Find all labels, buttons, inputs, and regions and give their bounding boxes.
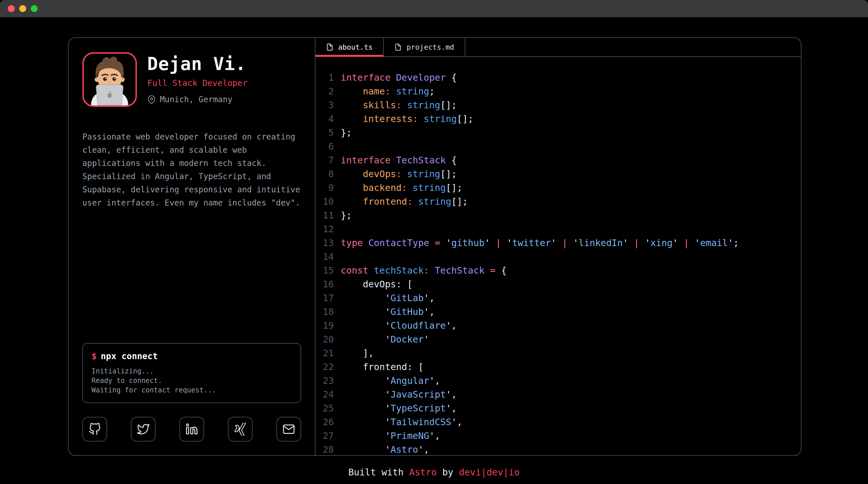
code-line: 7interface TechStack {	[315, 153, 801, 167]
code-line: 22 frontend: [	[315, 360, 801, 374]
code-line: 21 ],	[315, 346, 801, 360]
code-line: 9 backend: string[];	[315, 181, 801, 194]
terminal-output-line: Initializing...	[92, 367, 292, 376]
code-line: 2 name: string;	[315, 84, 801, 98]
code-line: 1interface Developer {	[315, 71, 801, 84]
location-text: Munich, Germany	[160, 95, 232, 104]
code-line: 25 'TypeScript',	[315, 401, 801, 415]
code-line: 17 'GitLab',	[315, 291, 801, 305]
footer-accent-text: devi|dev|io	[459, 467, 520, 478]
line-number: 12	[315, 222, 334, 236]
line-number: 28	[315, 443, 334, 455]
bio: Passionate web developer focused on crea…	[82, 130, 301, 210]
line-number: 23	[315, 374, 334, 388]
code-text: 'Astro',	[341, 443, 429, 455]
social-button-twitter[interactable]	[131, 417, 156, 442]
code-text: 'Docker'	[341, 332, 429, 346]
code-line: 18 'GitHub',	[315, 305, 801, 319]
code-text: ],	[341, 346, 374, 360]
line-number: 9	[315, 181, 334, 194]
code-line: 16 devOps: [	[315, 277, 801, 291]
code-line: 24 'JavaScript',	[315, 388, 801, 401]
bio-line: Supabase, delivering responsive and intu…	[82, 183, 301, 196]
bio-line: Passionate web developer focused on crea…	[82, 130, 301, 144]
social-button-email[interactable]	[276, 417, 301, 442]
code-text: type ContactType = 'github' | 'twitter' …	[341, 236, 739, 250]
code-line: 23 'Angular',	[315, 374, 801, 388]
code-text: frontend: string[];	[341, 194, 468, 208]
code-area: 1interface Developer {2 name: string;3 s…	[315, 57, 801, 455]
traffic-light-minimize[interactable]	[19, 5, 26, 12]
line-number: 5	[315, 126, 334, 140]
traffic-light-zoom[interactable]	[31, 5, 38, 12]
tab-bar: about.tsprojects.md	[315, 38, 801, 57]
line-number: 18	[315, 305, 334, 319]
social-button-xing[interactable]	[228, 417, 253, 442]
line-number: 25	[315, 401, 334, 415]
traffic-light-close[interactable]	[8, 5, 14, 12]
code-line: 14	[315, 250, 801, 264]
line-number: 10	[315, 194, 334, 208]
line-number: 20	[315, 332, 334, 346]
bio-line: user interfaces. Even my name includes "…	[82, 196, 301, 210]
footer-accent-text: Astro	[409, 467, 437, 478]
line-number: 24	[315, 388, 334, 401]
github-icon	[88, 423, 101, 435]
tab-about-ts[interactable]: about.ts	[315, 38, 384, 56]
line-number: 19	[315, 319, 334, 332]
code-text: interface TechStack {	[341, 153, 457, 167]
code-text: interests: string[];	[341, 112, 473, 126]
code-text: 'GitLab',	[341, 291, 435, 305]
code-line: 4 interests: string[];	[315, 112, 801, 126]
line-number: 3	[315, 98, 334, 112]
line-number: 2	[315, 84, 334, 98]
code-text: frontend: [	[341, 360, 424, 374]
code-line: 5};	[315, 126, 801, 140]
traffic-lights	[8, 5, 38, 12]
code-text: };	[341, 126, 352, 140]
social-button-github[interactable]	[82, 417, 107, 442]
xing-icon	[234, 423, 247, 435]
footer-text: by	[437, 467, 459, 478]
social-button-linkedin[interactable]	[179, 417, 204, 442]
identity: Dejan Vi. Full Stack Developer Munich, G…	[147, 52, 247, 107]
code-editor: about.tsprojects.md 1interface Developer…	[315, 38, 801, 455]
line-number: 8	[315, 167, 334, 181]
code-text: 'Angular',	[341, 374, 440, 388]
command-text: npx connect	[101, 351, 158, 361]
terminal-command: $npx connect	[92, 351, 292, 361]
code-line: 8 devOps: string[];	[315, 167, 801, 181]
line-number: 6	[315, 140, 334, 153]
line-number: 22	[315, 360, 334, 374]
file-icon	[394, 43, 402, 51]
terminal-output-line: Ready to connect.	[92, 376, 292, 386]
code-text	[341, 250, 346, 264]
profile-name: Dejan Vi.	[147, 54, 247, 74]
line-number: 27	[315, 429, 334, 443]
file-icon	[326, 43, 334, 51]
code-text: devOps: string[];	[341, 167, 457, 181]
code-text: };	[341, 208, 352, 222]
bio-line: clean, efficient, and scalable web	[82, 144, 301, 157]
bio-line: applications with a modern tech stack.	[82, 157, 301, 170]
line-number: 14	[315, 250, 334, 264]
footer-text: Built with	[348, 467, 409, 478]
code-line: 15const techStack: TechStack = {	[315, 264, 801, 277]
code-line: 19 'Cloudflare',	[315, 319, 801, 332]
code-text: const techStack: TechStack = {	[341, 264, 507, 277]
code-line: 3 skills: string[];	[315, 98, 801, 112]
window-titlebar	[0, 0, 868, 17]
profile-panel: Dejan Vi. Full Stack Developer Munich, G…	[69, 38, 315, 455]
tab-label: projects.md	[406, 43, 454, 51]
line-number: 1	[315, 71, 334, 84]
code-text: 'GitHub',	[341, 305, 435, 319]
tab-projects-md[interactable]: projects.md	[384, 38, 465, 56]
code-text: 'PrimeNG',	[341, 429, 440, 443]
code-text: name: string;	[341, 84, 435, 98]
code-text: interface Developer {	[341, 71, 457, 84]
code-text: 'TypeScript',	[341, 401, 457, 415]
social-links	[82, 417, 301, 442]
bio-line: Specialized in Angular, TypeScript, and	[82, 170, 301, 183]
code-line: 13type ContactType = 'github' | 'twitter…	[315, 236, 801, 250]
line-number: 16	[315, 277, 334, 291]
